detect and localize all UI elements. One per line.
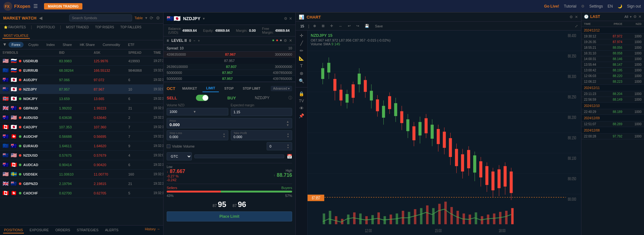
nav-tab-favorites[interactable]: ⭐ FAVORITES [3,25,27,30]
oct-tab-market[interactable]: MARKET [178,85,201,92]
tab-alerts[interactable]: ALERTS [104,227,119,233]
cursor-tool-icon[interactable]: ✛ [300,33,303,38]
filter-icon[interactable]: ▼ [3,42,7,48]
visible-volume-checkbox[interactable] [167,144,170,148]
sl-up-arrow[interactable]: ▲ [223,132,225,135]
tp-down-arrow[interactable]: ▼ [287,135,289,138]
toolbar-crosshair-icon[interactable]: ✛ [329,23,335,29]
settings-icon[interactable]: ⚙ [156,15,160,20]
tab-strategies[interactable]: STRATEGIES [76,227,99,233]
table-row[interactable]: 🇨🇦 🇨🇭 CADCHF 0.62700 0.62705 5 19:32:12 … [0,188,163,198]
table-row[interactable]: 🇳🇿 🇺🇸 NZDUSD 0.57675 0.57679 4 19:32:04 … [0,151,163,160]
expiration-select[interactable]: GTC Day FOK [167,152,192,160]
table-row[interactable]: 🇦🇺 🇨🇦 AUDCAD 0.90414 0.90420 6 19:32:12 … [0,160,163,170]
price-input[interactable] [169,122,207,127]
lock-icon[interactable]: 🔒 [299,91,304,96]
filter-dropdown-icon[interactable]: ▾ [630,15,632,19]
place-limit-button[interactable]: Place Limit [167,211,292,221]
text-icon[interactable]: T [300,63,303,68]
table-row[interactable]: 🇪🇺 🇦🇺 EURAUD 1.64611 1.64620 9 19:32:12 … [0,141,163,151]
table-view-selector[interactable]: Table [135,16,143,20]
annotation-icon[interactable]: 📌 [299,113,304,118]
cat-tab-hk-share[interactable]: HK Share [77,42,98,48]
toolbar-expand-icon[interactable]: ⤢ [575,24,578,28]
market-watch-back-icon[interactable]: ◀ [39,15,42,20]
table-row[interactable]: 🇨🇦 🇯🇵 CADJPY 107.353 107.360 7 19:32:12 … [0,122,163,132]
tab-exposure[interactable]: EXPOSURE [29,227,50,233]
history-link[interactable]: History → [145,227,160,233]
advanced-button[interactable]: Advanced ▾ [271,86,292,91]
draw-icon[interactable]: ✏ [300,48,303,53]
visible-volume-input[interactable] [269,144,285,148]
nav-tab-top-risers[interactable]: TOP RISERS [94,25,115,30]
info-icon[interactable]: ⓘ [288,95,292,101]
volume-input[interactable] [167,108,192,115]
margin-trading-button[interactable]: MARGIN TRADING [44,3,82,9]
price-down-arrow[interactable]: ▼ [286,123,289,127]
cat-tab-forex[interactable]: Forex [8,42,24,48]
toolbar-save-icon[interactable]: 💾 [363,23,371,29]
last-gear-icon[interactable]: ⚙ [633,14,637,19]
volume-dropdown-icon[interactable]: ▾ [192,109,197,114]
vv-down-arrow[interactable]: ▼ [287,146,289,149]
price-up-arrow[interactable]: ▲ [286,120,289,123]
cat-tab-commodity[interactable]: Commodity [99,42,123,48]
cat-tab-crypto[interactable]: Crypto [25,42,42,48]
hamburger-icon[interactable]: ☰ [33,3,38,9]
stop-loss-input[interactable] [169,135,192,139]
oct-tab-stop-limit[interactable]: STOP LIMIT [239,85,264,92]
table-row[interactable]: 🇬🇧 🇳🇿 GBPNZD 2.19794 2.19815 21 19:32:11… [0,179,163,188]
buy-sell-toggle[interactable] [196,95,208,101]
cat-tab-etf[interactable]: ETF [125,42,138,48]
language-selector[interactable]: EN [608,4,613,8]
go-live-button[interactable]: Go Live! [544,4,559,8]
refresh-icon[interactable]: ⟳ [150,15,153,20]
tp-up-arrow[interactable]: ▲ [287,132,289,135]
table-row[interactable]: 🇦🇺 🇯🇵 AUDJPY 97.066 97.072 6 19:32:12 -0… [0,75,163,85]
toolbar-timeframe[interactable]: 15 [299,24,306,29]
table-row[interactable]: 🇪🇺 🇷🇺 EURRUB 68.08264 166.55132 9846868 … [0,66,163,75]
table-row[interactable]: 🇳🇿 🇯🇵 NZDJPY 87.957 87.967 10 19:32:05 -… [0,85,163,94]
nav-tab-portfolio[interactable]: PORTFOLIO [36,25,56,30]
last-close-icon[interactable]: ✕ [638,14,641,19]
chart-close-icon[interactable]: ✕ [575,15,578,19]
sl-down-arrow[interactable]: ▼ [223,135,225,138]
eye-icon[interactable]: 👁 [299,106,304,111]
symbol-close-icon[interactable]: ✕ [289,16,292,21]
cat-tab-index[interactable]: Index [43,42,58,48]
toggle-switch[interactable] [196,95,208,101]
magnify-icon[interactable]: 🔍 [299,78,304,83]
table-row[interactable]: 🇦🇺 🇺🇸 AUDUSD 0.63638 0.63640 2 19:32:12 … [0,113,163,122]
trend-line-icon[interactable]: ╱ [300,41,303,46]
toolbar-save-label[interactable]: Save [375,24,383,28]
expiration-date-input[interactable] [194,154,284,158]
toolbar-scroll-icon[interactable]: ↔ [337,24,344,29]
tab-positions[interactable]: POSITIONS [3,227,24,233]
cat-tab-share[interactable]: Share [59,42,75,48]
table-row[interactable]: 🇦🇺 🇨🇭 AUDCHF 0.56688 0.56695 7 19:32:12 … [0,132,163,141]
take-profit-input[interactable] [234,135,256,139]
filter-all[interactable]: All [625,15,628,19]
toolbar-zoom-plus[interactable]: ⊕ [312,23,318,29]
chart-gear-icon[interactable]: ⚙ [569,15,573,19]
table-row[interactable]: 🇺🇸 🇷🇺 USDRUB 83.9983 125.9976 419993 19:… [0,56,163,66]
measure-icon[interactable]: 📐 [299,56,304,61]
symbol-gear-icon[interactable]: ⚙ [284,16,287,21]
pattern-icon[interactable]: ⊛ [300,71,303,76]
oct-tab-stop[interactable]: STOP [220,85,237,92]
sign-out-button[interactable]: Sign out [627,4,641,8]
toolbar-undo-icon[interactable]: ↩ [346,23,352,29]
level2-minus-icon[interactable]: − [194,39,196,42]
table-row[interactable]: 🇺🇸 🇸🇪 USDSEK 11.00610 11.00770 160 19:32… [0,170,163,179]
symbol-dropdown-icon[interactable]: ▾ [203,16,205,21]
table-row[interactable]: 🇳🇴 🇯🇵 NOKJPY 13.659 13.665 6 19:32:12 -0… [0,94,163,104]
oct-tab-limit[interactable]: LIMIT [203,85,219,92]
table-row[interactable]: 🇬🇧 🇦🇺 GBPAUD 1.99202 1.99223 21 19:32:12… [0,104,163,113]
nav-tab-top-fallers[interactable]: TOP FALLERS [119,25,143,30]
toolbar-fit-icon[interactable]: ⊞ [320,23,326,29]
level2-gear-icon[interactable]: ⚙ [284,38,287,43]
vv-up-arrow[interactable]: ▲ [287,143,289,146]
level2-close-icon[interactable]: ✕ [289,38,292,43]
settings-link[interactable]: Settings [589,4,603,8]
calendar-icon[interactable]: 📅 [287,154,292,159]
